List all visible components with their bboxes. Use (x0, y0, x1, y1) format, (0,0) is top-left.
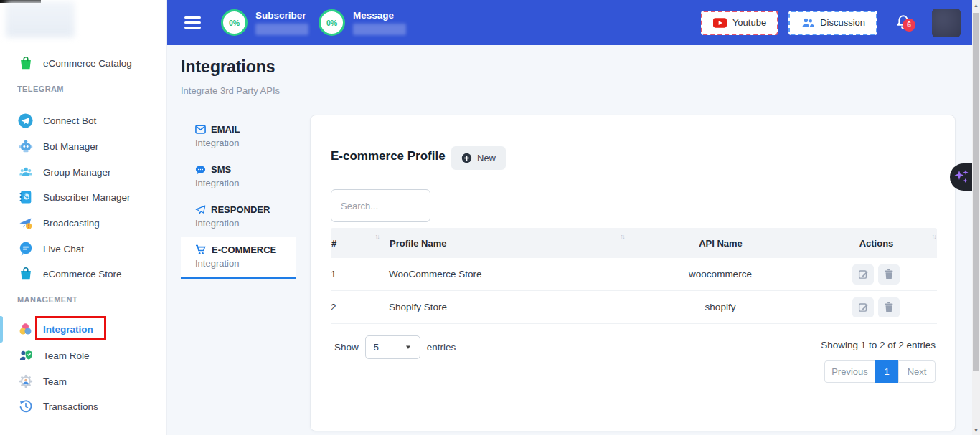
edit-button[interactable] (852, 264, 874, 285)
sidebar-item-connect-bot[interactable]: Connect Bot (0, 109, 167, 132)
column-header-num[interactable]: # ↑↓ (331, 238, 389, 249)
notification-count-badge: 6 (903, 19, 915, 32)
edit-button[interactable] (852, 297, 874, 317)
paper-plane-icon (195, 205, 206, 215)
page-size-control: Show 5 ▼ entries (334, 335, 456, 359)
subnav-item-subtitle: Integration (195, 218, 296, 229)
sidebar-item-live-chat[interactable]: Live Chat (0, 237, 167, 260)
sidebar-item-label: eCommerce Store (43, 269, 122, 279)
next-page-button[interactable]: Next (898, 360, 936, 383)
sort-icon: ↑↓ (621, 233, 625, 240)
user-avatar[interactable] (932, 9, 961, 37)
previous-page-button[interactable]: Previous (824, 360, 875, 383)
column-header-actions[interactable]: Actions ↑↓ (815, 238, 937, 249)
page-subtitle: Integrate 3rd Party APIs (181, 85, 280, 96)
discussion-button[interactable]: Discussion (788, 11, 877, 35)
message-stat: 0% Message (319, 9, 406, 36)
row-profile-name: Shopify Store (389, 302, 626, 312)
role-shield-icon (17, 348, 34, 364)
app-window: eCommerce Catalog TELEGRAM Connect Bot B… (0, 0, 980, 435)
contact-book-icon (17, 189, 34, 206)
youtube-button[interactable]: Youtube (701, 11, 778, 35)
page-size-select[interactable]: 5 ▼ (365, 335, 420, 359)
sidebar-item-team-role[interactable]: Team Role (0, 344, 167, 367)
row-api-name: woocommerce (626, 269, 815, 279)
users-icon (17, 164, 34, 181)
sidebar-item-label: Subscriber Manager (43, 192, 131, 203)
shopping-bag-icon (17, 55, 34, 72)
sidebar-item-ecommerce-store[interactable]: eCommerce Store (0, 262, 167, 285)
sidebar-item-subscriber-manager[interactable]: Subscriber Manager (0, 186, 167, 209)
sidebar-item-ecommerce-catalog[interactable]: eCommerce Catalog (0, 52, 167, 75)
subnav-item-title: E-COMMERCE (212, 244, 276, 255)
subnav-item-title: SMS (211, 164, 231, 175)
subnav-item-title: RESPONDER (211, 204, 270, 215)
show-label: Show (334, 342, 359, 353)
search-input[interactable] (331, 189, 430, 222)
column-header-api-name[interactable]: API Name (626, 238, 815, 249)
subscriber-progress-ring: 0% (221, 9, 248, 36)
delete-button[interactable] (878, 297, 900, 317)
page-scrollbar[interactable]: ▲ ▼ (972, 0, 980, 435)
delete-button[interactable] (878, 264, 900, 285)
row-api-name: shopify (626, 302, 815, 312)
chat-bubble-icon (17, 241, 34, 257)
sidebar-item-label: Integration (43, 324, 93, 335)
ai-assistant-button[interactable] (950, 163, 972, 191)
page-number-button[interactable]: 1 (875, 360, 898, 383)
sort-icon: ↑↓ (932, 233, 936, 240)
discussion-users-icon (801, 16, 814, 29)
sidebar: eCommerce Catalog TELEGRAM Connect Bot B… (0, 0, 167, 435)
sidebar-item-bot-manager[interactable]: Bot Manager (0, 135, 167, 158)
subnav-item-sms[interactable]: SMS Integration (181, 157, 296, 197)
history-icon (17, 398, 34, 415)
row-profile-name: WooCommerce Store (389, 269, 626, 279)
broadcast-icon (17, 215, 34, 231)
scroll-down-arrow[interactable]: ▼ (972, 425, 980, 435)
sidebar-item-label: Transactions (43, 401, 98, 412)
table-row: 1 WooCommerce Store woocommerce (331, 258, 937, 291)
cart-icon (195, 244, 207, 255)
panel-title: E-commerce Profile (331, 149, 446, 163)
scrollbar-thumb[interactable] (973, 13, 979, 371)
sms-icon (195, 165, 206, 175)
column-header-profile-name[interactable]: Profile Name ↑↓ (389, 238, 626, 249)
sidebar-item-group-manager[interactable]: Group Manager (0, 161, 167, 183)
sidebar-item-team[interactable]: Team (0, 370, 167, 393)
app-logo (6, 1, 75, 37)
new-profile-button[interactable]: New (451, 146, 506, 170)
sidebar-item-transactions[interactable]: Transactions (0, 395, 167, 418)
youtube-button-label: Youtube (732, 17, 766, 28)
message-stat-value-redacted (353, 24, 406, 35)
chevron-down-icon: ▼ (405, 344, 412, 350)
trash-icon (884, 269, 894, 279)
new-button-label: New (477, 153, 496, 163)
integration-circles-icon (17, 321, 34, 338)
page-size-value: 5 (374, 342, 379, 353)
sidebar-item-label: eCommerce Catalog (43, 58, 132, 69)
subnav-item-subtitle: Integration (195, 258, 296, 269)
subnav-item-email[interactable]: EMAIL Integration (181, 117, 296, 157)
team-gear-icon (17, 373, 34, 390)
sidebar-section-telegram: TELEGRAM (17, 85, 64, 93)
entries-summary: Showing 1 to 2 of 2 entries (821, 340, 936, 350)
sidebar-item-broadcasting[interactable]: Broadcasting (0, 211, 167, 234)
message-stat-label: Message (353, 10, 406, 21)
main-content: Integrations Integrate 3rd Party APIs EM… (167, 45, 972, 435)
row-num: 1 (331, 269, 389, 279)
discussion-button-label: Discussion (820, 17, 865, 28)
pagination: Previous 1 Next (824, 360, 936, 383)
hamburger-menu-icon[interactable] (184, 16, 201, 29)
sidebar-item-label: Group Manager (43, 167, 111, 178)
row-num: 2 (331, 302, 389, 312)
robot-icon (17, 138, 34, 155)
subnav-item-responder[interactable]: RESPONDER Integration (181, 197, 296, 237)
sidebar-item-label: Connect Bot (43, 115, 96, 126)
notifications-bell[interactable]: 6 (895, 14, 913, 32)
subnav-item-ecommerce[interactable]: E-COMMERCE Integration (181, 237, 296, 279)
store-bag-icon (17, 266, 34, 282)
sidebar-item-integration[interactable]: Integration (0, 317, 167, 340)
scroll-up-arrow[interactable]: ▲ (972, 0, 980, 10)
page-title: Integrations (181, 57, 275, 77)
subscriber-stat: 0% Subscriber (221, 9, 308, 36)
